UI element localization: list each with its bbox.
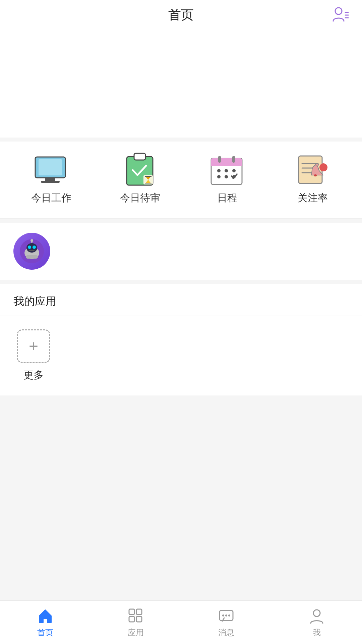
ai-robot-section <box>0 223 362 280</box>
svg-rect-41 <box>26 255 38 259</box>
svg-rect-30 <box>314 174 317 176</box>
clipboard-check-icon <box>122 155 159 185</box>
svg-rect-44 <box>129 616 134 622</box>
svg-rect-43 <box>136 609 142 614</box>
svg-rect-45 <box>136 616 142 622</box>
nav-profile[interactable]: 我 <box>272 607 362 638</box>
today-pending-button[interactable]: 今日待审 <box>120 155 160 205</box>
nav-profile-label: 我 <box>313 627 321 638</box>
banner-area <box>0 30 362 138</box>
svg-rect-40 <box>29 250 35 251</box>
svg-point-20 <box>217 169 221 172</box>
svg-rect-17 <box>211 162 242 166</box>
today-work-label: 今日工作 <box>31 191 71 205</box>
attention-rate-button[interactable]: 关注率 <box>294 155 331 205</box>
svg-point-21 <box>225 169 228 172</box>
header: 首页 <box>0 0 362 30</box>
profile-settings-button[interactable] <box>331 6 349 24</box>
svg-rect-6 <box>45 178 55 181</box>
svg-point-22 <box>232 169 236 172</box>
svg-rect-7 <box>41 181 60 183</box>
my-apps-title: 我的应用 <box>0 284 362 316</box>
svg-rect-18 <box>218 156 221 163</box>
svg-point-23 <box>217 175 221 178</box>
my-apps-content: + 更多 <box>0 316 362 395</box>
calendar-icon <box>209 155 246 185</box>
svg-point-37 <box>33 246 36 249</box>
my-apps-section: 我的应用 + 更多 <box>0 284 362 395</box>
svg-rect-9 <box>134 153 145 160</box>
monitor-icon <box>33 155 70 185</box>
page-title: 首页 <box>168 6 194 23</box>
svg-rect-5 <box>39 159 62 175</box>
add-more-button[interactable]: + 更多 <box>13 329 54 382</box>
nav-messages-label: 消息 <box>218 627 234 638</box>
today-pending-label: 今日待审 <box>120 191 160 205</box>
schedule-button[interactable]: 日程 <box>209 155 246 205</box>
ai-robot-avatar[interactable] <box>13 233 50 270</box>
schedule-label: 日程 <box>217 191 237 205</box>
svg-point-47 <box>222 614 224 616</box>
add-more-icon: + <box>17 329 50 363</box>
svg-point-32 <box>319 163 327 171</box>
svg-point-36 <box>28 246 31 249</box>
nav-apps-label: 应用 <box>128 627 144 638</box>
svg-point-50 <box>313 610 320 616</box>
today-work-button[interactable]: 今日工作 <box>31 155 71 205</box>
quick-actions-bar: 今日工作 今日待审 <box>0 142 362 219</box>
svg-point-48 <box>225 614 227 616</box>
svg-point-31 <box>316 163 318 166</box>
svg-point-49 <box>228 614 230 616</box>
svg-rect-42 <box>129 609 134 614</box>
nav-home[interactable]: 首页 <box>0 607 90 638</box>
bottom-navigation: 首页 应用 消息 我 <box>0 600 362 644</box>
nav-apps[interactable]: 应用 <box>90 607 181 638</box>
nav-messages[interactable]: 消息 <box>181 607 272 638</box>
notice-icon <box>294 155 331 185</box>
svg-rect-19 <box>232 156 235 163</box>
attention-rate-label: 关注率 <box>298 191 328 205</box>
add-more-label: 更多 <box>23 368 44 382</box>
svg-point-0 <box>335 8 342 14</box>
svg-point-39 <box>31 239 33 242</box>
svg-point-24 <box>225 175 228 178</box>
nav-home-label: 首页 <box>37 627 53 638</box>
